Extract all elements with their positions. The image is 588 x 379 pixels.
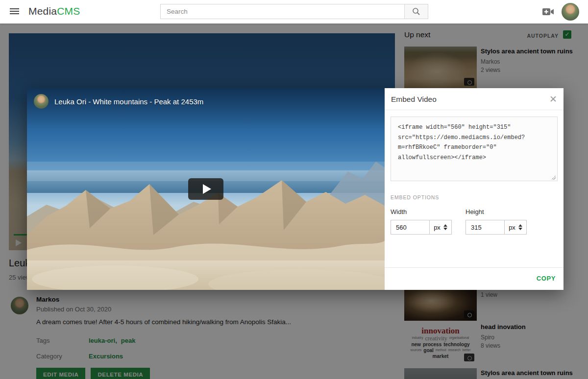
video-add-icon — [542, 7, 555, 17]
embed-code-textarea[interactable]: <iframe width="560" height="315" src="ht… — [391, 117, 558, 181]
brand-media: Media — [28, 5, 57, 17]
play-icon — [203, 184, 211, 194]
preview-video-title[interactable]: Leuka Ori - White mountains - Peak at 24… — [54, 97, 203, 106]
search-button[interactable] — [404, 4, 428, 19]
embed-options-heading: EMBED OPTIONS — [391, 194, 558, 200]
modal-footer: COPY — [385, 267, 564, 290]
height-label: Height — [466, 208, 527, 215]
height-input[interactable] — [466, 220, 505, 235]
width-label: Width — [391, 208, 452, 215]
width-unit-select[interactable]: px — [430, 220, 452, 235]
search-bar — [160, 4, 428, 19]
top-header: MediaCMS — [0, 0, 588, 24]
user-avatar[interactable] — [562, 3, 579, 21]
big-play-button[interactable] — [188, 178, 223, 200]
height-unit-select[interactable]: px — [505, 220, 527, 235]
preview-title-gradient — [27, 88, 385, 129]
embed-preview-player[interactable]: Leuka Ori - White mountains - Peak at 24… — [27, 88, 385, 290]
brand-cms: CMS — [57, 5, 80, 17]
copy-button[interactable]: COPY — [537, 275, 556, 282]
width-input[interactable] — [391, 220, 430, 235]
brand-logo[interactable]: MediaCMS — [28, 5, 80, 17]
stepper-icon — [518, 224, 522, 230]
preview-author-avatar[interactable] — [34, 94, 49, 109]
unit-value: px — [509, 224, 515, 231]
embed-options-panel: Embed Video ✕ <iframe width="560" height… — [385, 88, 564, 290]
embed-video-modal: Leuka Ori - White mountains - Peak at 24… — [27, 88, 564, 290]
close-icon[interactable]: ✕ — [549, 94, 557, 105]
unit-value: px — [434, 224, 441, 231]
modal-header: Embed Video ✕ — [385, 88, 564, 110]
search-icon — [412, 7, 420, 16]
menu-icon[interactable] — [10, 8, 19, 15]
search-input[interactable] — [161, 4, 404, 19]
upload-media-button[interactable] — [542, 7, 555, 17]
stepper-icon — [443, 224, 447, 230]
modal-title: Embed Video — [391, 95, 437, 104]
